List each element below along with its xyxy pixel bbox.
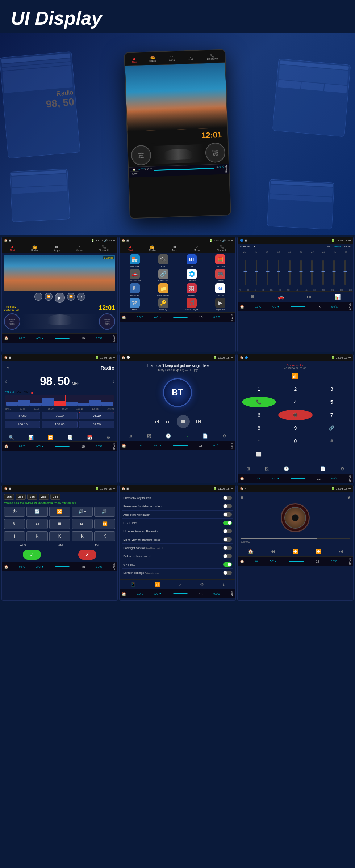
sw-up-btn[interactable]: ⬆ [4, 531, 25, 541]
sw-home-btn[interactable]: 🏠 [4, 565, 8, 569]
home-btn[interactable]: 🏠 [4, 336, 8, 340]
settings-toggle-5[interactable] [223, 529, 232, 533]
next-btn[interactable]: ⏭ [77, 293, 85, 301]
np-back[interactable]: BACK [348, 558, 351, 565]
settings-icon-gear[interactable]: ⚙ [200, 582, 204, 587]
apps-nav-music[interactable]: ♪ Music [194, 245, 200, 251]
eq-icon-car[interactable]: 🚗 [278, 294, 284, 300]
sw-ok-btn[interactable]: ✓ [23, 550, 41, 560]
bt-icon-grid[interactable]: ⊞ [129, 433, 132, 439]
settings-toggle-4[interactable] [223, 521, 232, 525]
settings-toggle-3[interactable] [223, 512, 232, 517]
app-aux[interactable]: 🔌 AUX [150, 254, 177, 267]
radio-preset-2[interactable]: 90.10 [42, 412, 77, 419]
dial-hangup[interactable]: 📵 [278, 410, 312, 420]
dial-hash[interactable]: # [315, 436, 349, 446]
nav-bt[interactable]: 📞 Bluetooth [99, 245, 109, 251]
radio-preset-1[interactable]: 87.50 [5, 412, 40, 419]
phone-home-btn[interactable]: 🏠 [240, 477, 244, 480]
bt-icon-note[interactable]: ♪ [186, 433, 188, 439]
bt-next-btn[interactable]: ⏭ [196, 418, 201, 425]
radio-preset-4[interactable]: 106.10 [5, 421, 40, 428]
settings-icon-phone[interactable]: 📱 [130, 582, 136, 587]
app-chrome[interactable]: 🌐 Chrome [178, 269, 205, 282]
bt-prev2-btn[interactable]: ⏭ [165, 418, 171, 425]
prev-btn[interactable]: ⏮ [34, 293, 42, 301]
bt-icon-file[interactable]: 📄 [202, 433, 208, 439]
phone-icon-file[interactable]: 📄 [320, 466, 326, 471]
settings-icon-info[interactable]: ℹ [223, 582, 225, 587]
radio-icon-calendar[interactable]: 📅 [87, 435, 92, 440]
radio-next-btn[interactable]: › [113, 378, 114, 385]
radio-preset-6[interactable]: 87.50 [79, 421, 114, 428]
app-google[interactable]: G Google [207, 283, 234, 296]
eq-slider-8[interactable] [322, 260, 324, 285]
sw-k4-btn[interactable]: K [94, 531, 115, 541]
sw-power-btn[interactable]: ⏻ [4, 507, 25, 517]
bt-back[interactable]: BACK [231, 442, 233, 449]
np-icon-next[interactable]: ⏭ [338, 549, 343, 554]
sw-mic-btn[interactable]: 🎙 [4, 519, 25, 529]
np-icon-prev[interactable]: ⏮ [270, 549, 275, 554]
phone-icon-img[interactable]: 🖼 [264, 466, 269, 471]
app-filemanager[interactable]: 📁 FileManager [150, 283, 177, 296]
radio-home-btn[interactable]: 🏠 [4, 444, 8, 448]
radio-icon-eq[interactable]: 📊 [28, 435, 34, 440]
eq-slider-6[interactable] [300, 260, 302, 285]
eq-slider-3[interactable] [267, 260, 268, 285]
settings-back[interactable]: BACK [231, 590, 233, 597]
np-icon-rewind[interactable]: ⏪ [292, 549, 298, 554]
phone-back[interactable]: BACK [348, 475, 351, 482]
sw-shuffle-btn[interactable]: 🔀 [49, 507, 70, 517]
eq-icon-chart[interactable]: 📊 [334, 294, 341, 300]
eq-icon-equalizer[interactable]: 🎚 [250, 294, 255, 300]
radio-preset-3[interactable]: 98.10 [79, 412, 114, 419]
dial-star[interactable]: * [242, 436, 276, 446]
apps-nav-bt[interactable]: 📞 Bluetooth [217, 245, 227, 251]
settings-toggle-10[interactable] [223, 571, 232, 575]
dial-0[interactable]: 0 [278, 436, 312, 446]
app-mcxkey[interactable]: 🔑 mcxKey [150, 298, 177, 311]
dial-1[interactable]: 1 [242, 384, 276, 394]
eq-slider-7[interactable] [311, 260, 313, 285]
sw-k1-btn[interactable]: K [26, 531, 47, 541]
sw-ff-btn[interactable]: ⏩ [94, 519, 115, 529]
sw-vol-up-btn[interactable]: 🔊+ [72, 507, 93, 517]
dial-8[interactable]: 8 [242, 423, 276, 433]
eq-slider-9[interactable] [333, 260, 335, 285]
settings-toggle-7[interactable] [223, 546, 232, 550]
app-carbitlink[interactable]: 🔗 CarbitLink [150, 269, 177, 282]
eq-icon-skip[interactable]: ⏭ [306, 294, 312, 300]
dial-misc[interactable]: ⬜ [242, 449, 276, 460]
settings-toggle-8[interactable] [223, 554, 232, 558]
dial-link[interactable]: 🔗 [315, 423, 349, 433]
sw-back[interactable]: BACK [113, 563, 115, 570]
app-calculator[interactable]: 🧮 Calculator [207, 254, 234, 267]
radio-preset-5[interactable]: 108.00 [42, 421, 77, 428]
np-icon-home[interactable]: 🏠 [247, 549, 254, 554]
radio-icon-settings[interactable]: ⚙ [106, 435, 110, 440]
app-control[interactable]: 🎮 Control [207, 269, 234, 282]
settings-toggle-6[interactable] [223, 537, 232, 542]
radio-icon-search[interactable]: 🔍 [9, 435, 14, 440]
eq-back[interactable]: BACK [348, 303, 351, 310]
settings-toggle-1[interactable] [223, 496, 232, 500]
sw-cancel-btn[interactable]: ✗ [78, 550, 96, 560]
hero-home-btn[interactable]: 🏠HOME [130, 168, 139, 177]
nav-navi[interactable]: ▲ Navi [10, 245, 15, 251]
bt-icon-clock[interactable]: 🕐 [166, 433, 171, 439]
eq-tab-all[interactable]: All [327, 245, 330, 248]
settings-home-btn[interactable]: 🏠 [122, 592, 126, 596]
bt-icon-img[interactable]: 🖼 [147, 433, 151, 439]
radio-icon-repeat[interactable]: 🔁 [48, 435, 53, 440]
nav-radio[interactable]: 📻 Radio [31, 245, 38, 251]
dial-4[interactable]: 4 [278, 397, 312, 407]
phone-icon-note[interactable]: ♪ [304, 466, 306, 471]
sw-vol-dn-btn[interactable]: 🔊- [94, 507, 115, 517]
dial-9[interactable]: 9 [278, 423, 312, 433]
np-icon-ff[interactable]: ⏩ [315, 549, 321, 554]
dial-2[interactable]: 2 [278, 384, 312, 394]
sw-sync-btn[interactable]: 🔄 [26, 507, 47, 517]
np-menu-icon[interactable]: ≡ [241, 495, 243, 500]
apps-nav-navi[interactable]: ▲ Navi [128, 245, 133, 251]
